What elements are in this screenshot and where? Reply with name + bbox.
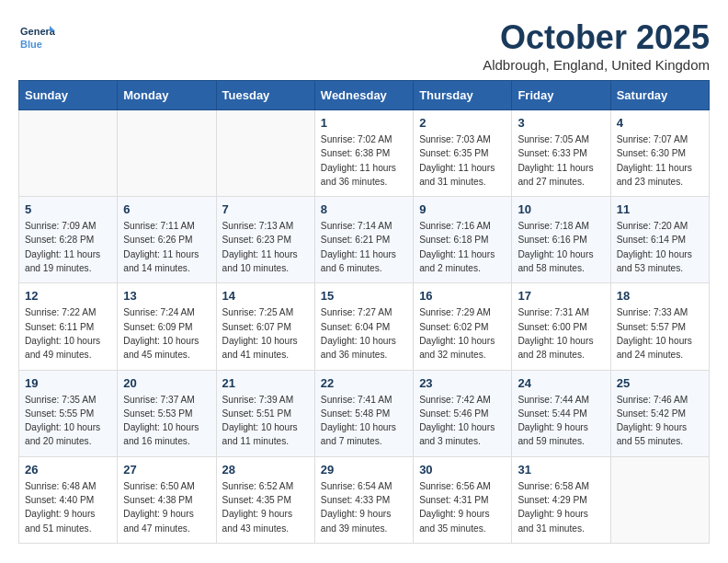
- daylight-text: Daylight: 10 hours and 53 minutes.: [617, 249, 692, 273]
- day-info: Sunrise: 7:11 AM Sunset: 6:26 PM Dayligh…: [123, 219, 210, 275]
- day-info: Sunrise: 7:37 AM Sunset: 5:53 PM Dayligh…: [123, 393, 210, 449]
- header-friday: Friday: [512, 81, 610, 110]
- location-title: Aldbrough, England, United Kingdom: [483, 57, 710, 73]
- table-row: 31 Sunrise: 6:58 AM Sunset: 4:29 PM Dayl…: [512, 456, 610, 543]
- day-info: Sunrise: 7:20 AM Sunset: 6:14 PM Dayligh…: [617, 219, 703, 275]
- table-row: 12 Sunrise: 7:22 AM Sunset: 6:11 PM Dayl…: [19, 283, 118, 370]
- table-row: 7 Sunrise: 7:13 AM Sunset: 6:23 PM Dayli…: [216, 197, 314, 283]
- table-row: 5 Sunrise: 7:09 AM Sunset: 6:28 PM Dayli…: [19, 197, 118, 283]
- day-info: Sunrise: 7:13 AM Sunset: 6:23 PM Dayligh…: [222, 219, 309, 275]
- sunset-text: Sunset: 4:33 PM: [321, 495, 390, 505]
- sunset-text: Sunset: 5:51 PM: [222, 408, 291, 419]
- day-number: 31: [518, 463, 604, 477]
- header-sunday: Sunday: [19, 81, 118, 110]
- day-info: Sunrise: 7:41 AM Sunset: 5:48 PM Dayligh…: [321, 393, 407, 449]
- sunrise-text: Sunrise: 7:20 AM: [617, 221, 688, 231]
- sunset-text: Sunset: 4:38 PM: [123, 495, 192, 505]
- table-row: 8 Sunrise: 7:14 AM Sunset: 6:21 PM Dayli…: [314, 197, 413, 283]
- daylight-text: Daylight: 11 hours and 19 minutes.: [25, 249, 100, 273]
- sunrise-text: Sunrise: 7:07 AM: [617, 134, 688, 144]
- sunset-text: Sunset: 6:21 PM: [321, 235, 390, 245]
- day-info: Sunrise: 7:31 AM Sunset: 6:00 PM Dayligh…: [518, 305, 604, 362]
- table-row: 4 Sunrise: 7:07 AM Sunset: 6:30 PM Dayli…: [610, 110, 709, 197]
- table-row: 14 Sunrise: 7:25 AM Sunset: 6:07 PM Dayl…: [216, 283, 314, 370]
- sunrise-text: Sunrise: 7:24 AM: [123, 307, 195, 317]
- day-number: 19: [25, 376, 111, 390]
- daylight-text: Daylight: 10 hours and 58 minutes.: [518, 249, 593, 273]
- day-number: 14: [222, 289, 309, 303]
- table-row: 18 Sunrise: 7:33 AM Sunset: 5:57 PM Dayl…: [610, 283, 709, 370]
- sunrise-text: Sunrise: 6:50 AM: [123, 481, 195, 491]
- daylight-text: Daylight: 10 hours and 16 minutes.: [123, 422, 199, 446]
- sunrise-text: Sunrise: 7:31 AM: [518, 307, 589, 317]
- day-number: 1: [321, 116, 407, 130]
- day-info: Sunrise: 7:35 AM Sunset: 5:55 PM Dayligh…: [25, 393, 111, 449]
- table-row: [19, 110, 118, 197]
- day-info: Sunrise: 7:09 AM Sunset: 6:28 PM Dayligh…: [25, 219, 111, 275]
- table-row: 28 Sunrise: 6:52 AM Sunset: 4:35 PM Dayl…: [216, 456, 314, 543]
- sunrise-text: Sunrise: 7:16 AM: [419, 221, 491, 231]
- svg-rect-0: [18, 18, 55, 55]
- table-row: [610, 456, 709, 543]
- daylight-text: Daylight: 10 hours and 49 minutes.: [25, 336, 100, 360]
- svg-text:Blue: Blue: [20, 39, 42, 50]
- table-row: 20 Sunrise: 7:37 AM Sunset: 5:53 PM Dayl…: [118, 370, 216, 456]
- sunrise-text: Sunrise: 7:03 AM: [419, 134, 491, 144]
- day-number: 12: [25, 289, 111, 303]
- table-row: 17 Sunrise: 7:31 AM Sunset: 6:00 PM Dayl…: [512, 283, 610, 370]
- day-info: Sunrise: 7:22 AM Sunset: 6:11 PM Dayligh…: [25, 305, 111, 362]
- day-number: 18: [617, 289, 703, 303]
- daylight-text: Daylight: 9 hours and 47 minutes.: [123, 509, 193, 533]
- sunset-text: Sunset: 6:09 PM: [123, 322, 192, 332]
- sunrise-text: Sunrise: 7:41 AM: [321, 395, 392, 405]
- daylight-text: Daylight: 10 hours and 20 minutes.: [25, 422, 100, 446]
- day-number: 29: [321, 463, 407, 477]
- day-number: 11: [617, 202, 703, 216]
- day-info: Sunrise: 7:25 AM Sunset: 6:07 PM Dayligh…: [222, 305, 309, 362]
- table-row: 24 Sunrise: 7:44 AM Sunset: 5:44 PM Dayl…: [512, 370, 610, 456]
- sunset-text: Sunset: 4:31 PM: [419, 495, 488, 505]
- day-number: 2: [419, 116, 506, 130]
- daylight-text: Daylight: 10 hours and 36 minutes.: [321, 336, 396, 360]
- sunrise-text: Sunrise: 7:25 AM: [222, 307, 294, 317]
- sunset-text: Sunset: 6:38 PM: [321, 148, 390, 158]
- daylight-text: Daylight: 9 hours and 59 minutes.: [518, 422, 587, 446]
- sunset-text: Sunset: 6:23 PM: [222, 235, 291, 245]
- sunset-text: Sunset: 5:55 PM: [25, 408, 94, 419]
- logo: General Blue: [18, 18, 55, 55]
- sunrise-text: Sunrise: 6:54 AM: [321, 481, 392, 491]
- sunset-text: Sunset: 5:57 PM: [617, 322, 686, 332]
- sunset-text: Sunset: 4:29 PM: [518, 495, 586, 505]
- day-number: 8: [321, 202, 407, 216]
- daylight-text: Daylight: 10 hours and 32 minutes.: [419, 336, 495, 360]
- day-number: 26: [25, 463, 111, 477]
- day-info: Sunrise: 7:03 AM Sunset: 6:35 PM Dayligh…: [419, 132, 506, 189]
- daylight-text: Daylight: 9 hours and 31 minutes.: [518, 509, 587, 533]
- day-info: Sunrise: 7:05 AM Sunset: 6:33 PM Dayligh…: [518, 132, 604, 189]
- sunrise-text: Sunrise: 7:18 AM: [518, 221, 589, 231]
- daylight-text: Daylight: 9 hours and 43 minutes.: [222, 509, 292, 533]
- daylight-text: Daylight: 11 hours and 31 minutes.: [419, 163, 495, 187]
- daylight-text: Daylight: 11 hours and 36 minutes.: [321, 163, 396, 187]
- daylight-text: Daylight: 10 hours and 41 minutes.: [222, 336, 298, 360]
- sunset-text: Sunset: 5:46 PM: [419, 408, 488, 419]
- sunset-text: Sunset: 6:00 PM: [518, 322, 586, 332]
- day-info: Sunrise: 6:56 AM Sunset: 4:31 PM Dayligh…: [419, 479, 506, 535]
- table-row: 26 Sunrise: 6:48 AM Sunset: 4:40 PM Dayl…: [19, 456, 118, 543]
- sunset-text: Sunset: 6:02 PM: [419, 322, 488, 332]
- table-row: 9 Sunrise: 7:16 AM Sunset: 6:18 PM Dayli…: [414, 197, 512, 283]
- day-info: Sunrise: 7:27 AM Sunset: 6:04 PM Dayligh…: [321, 305, 407, 362]
- table-row: 30 Sunrise: 6:56 AM Sunset: 4:31 PM Dayl…: [414, 456, 512, 543]
- sunrise-text: Sunrise: 7:46 AM: [617, 395, 688, 405]
- sunrise-text: Sunrise: 7:29 AM: [419, 307, 491, 317]
- table-row: 10 Sunrise: 7:18 AM Sunset: 6:16 PM Dayl…: [512, 197, 610, 283]
- sunset-text: Sunset: 5:48 PM: [321, 408, 390, 419]
- day-number: 24: [518, 376, 604, 390]
- day-number: 16: [419, 289, 506, 303]
- daylight-text: Daylight: 10 hours and 45 minutes.: [123, 336, 199, 360]
- sunrise-text: Sunrise: 6:58 AM: [518, 481, 589, 491]
- daylight-text: Daylight: 10 hours and 24 minutes.: [617, 336, 692, 360]
- day-info: Sunrise: 7:42 AM Sunset: 5:46 PM Dayligh…: [419, 393, 506, 449]
- sunset-text: Sunset: 6:28 PM: [25, 235, 94, 245]
- sunset-text: Sunset: 6:16 PM: [518, 235, 586, 245]
